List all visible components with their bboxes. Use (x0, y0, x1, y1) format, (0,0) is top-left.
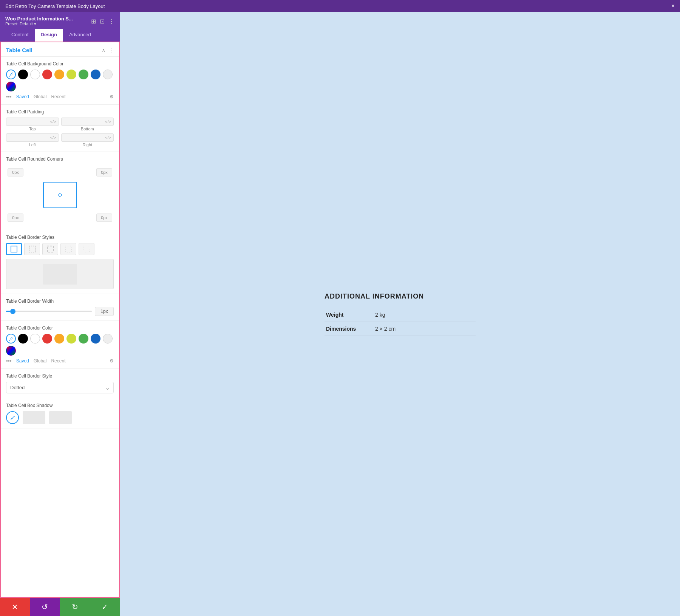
svg-point-0 (9, 76, 10, 76)
global-tab[interactable]: Global (34, 94, 47, 99)
tab-advanced[interactable]: Advanced (63, 29, 97, 42)
padding-bottom-label: Bottom (81, 127, 94, 131)
corner-bottom-left-input[interactable] (8, 214, 23, 222)
border-style-buttons (6, 243, 114, 255)
color-yellow[interactable] (54, 70, 64, 79)
eyedropper-button[interactable] (6, 70, 16, 79)
border-solid-btn[interactable] (6, 243, 22, 255)
border-color-light[interactable] (103, 334, 113, 344)
product-info-panel: ADDITIONAL INFORMATION Weight 2 kg Dimen… (325, 293, 476, 336)
color-green[interactable] (79, 70, 88, 79)
border-color-label: Table Cell Border Color (6, 325, 114, 331)
border-style-select-label: Table Cell Border Style (6, 373, 114, 379)
collapse-icon[interactable]: ∧ (102, 47, 105, 53)
border-recent-tab[interactable]: Recent (51, 358, 65, 364)
section-controls: ∧ ⋮ (102, 47, 114, 53)
additional-info-title: ADDITIONAL INFORMATION (325, 293, 476, 300)
table-row: Weight 2 kg (325, 308, 476, 322)
rounded-corners-label: Table Cell Rounded Corners (6, 156, 114, 162)
border-eyedropper-button[interactable] (6, 334, 16, 344)
corner-center-box (43, 182, 77, 208)
bg-color-label: Table Cell Background Color (6, 61, 114, 67)
border-dashed4-btn[interactable] (79, 243, 94, 255)
tab-design[interactable]: Design (35, 29, 63, 42)
border-preview-inner (43, 264, 77, 285)
padding-grid: </> Top </> Bottom </> (6, 118, 114, 147)
color-swatches-row (6, 70, 114, 91)
color-dots-more[interactable]: ••• (6, 94, 12, 100)
corner-top-left-input[interactable] (8, 168, 23, 176)
panel-title: Woo Product Information S... Preset: Def… (5, 16, 73, 26)
padding-right-box[interactable]: </> (61, 133, 114, 142)
border-color-gradient[interactable] (6, 346, 16, 356)
tab-content[interactable]: Content (5, 29, 35, 42)
corner-bottom-right-input[interactable] (96, 214, 112, 222)
close-button[interactable]: × (671, 3, 675, 9)
padding-left-box[interactable]: </> (6, 133, 59, 142)
svg-point-6 (9, 340, 10, 341)
corners-grid (6, 165, 114, 225)
weight-label: Weight (325, 308, 374, 322)
border-width-slider[interactable] (6, 311, 92, 312)
color-light[interactable] (103, 70, 113, 79)
border-color-dots[interactable]: ••• (6, 358, 12, 364)
padding-group: Table Cell Padding </> Top </> (1, 105, 119, 152)
border-color-green[interactable] (79, 334, 88, 344)
padding-right-link-icon: </> (105, 135, 111, 140)
border-gear-icon[interactable]: ⚙ (110, 358, 114, 364)
undo-button[interactable]: ↺ (30, 598, 60, 616)
border-style-select-wrapper: None Solid Dotted Dashed Double (6, 382, 114, 393)
border-width-slider-row: 1px (6, 307, 114, 316)
color-white[interactable] (30, 70, 40, 79)
color-blue[interactable] (91, 70, 100, 79)
padding-top-link-icon: </> (50, 119, 56, 124)
redo-button[interactable]: ↻ (60, 598, 90, 616)
svg-rect-3 (47, 246, 53, 252)
title-bar: Edit Retro Toy Camera Template Body Layo… (0, 0, 680, 12)
border-dashed1-btn[interactable] (24, 243, 40, 255)
content-area: ADDITIONAL INFORMATION Weight 2 kg Dimen… (120, 12, 680, 616)
border-dashed3-btn[interactable] (60, 243, 76, 255)
border-preview (6, 259, 114, 289)
dimensions-value: 2 × 2 cm (374, 322, 476, 336)
padding-top-box[interactable]: </> (6, 118, 59, 126)
gear-icon[interactable]: ⚙ (110, 94, 114, 99)
border-saved-tab[interactable]: Saved (16, 358, 29, 364)
rounded-corners-group: Table Cell Rounded Corners (1, 152, 119, 230)
save-button[interactable]: ✓ (90, 598, 120, 616)
padding-bottom-box[interactable]: </> (61, 118, 114, 126)
tabs-bar: Content Design Advanced (5, 29, 114, 42)
section-more-icon[interactable]: ⋮ (108, 47, 114, 53)
preset-label[interactable]: Preset: Default ▾ (5, 22, 73, 26)
border-color-tab-row: ••• Saved Global Recent ⚙ (6, 358, 114, 364)
color-lime[interactable] (66, 70, 76, 79)
saved-tab[interactable]: Saved (16, 94, 29, 99)
product-table: Weight 2 kg Dimensions 2 × 2 cm (325, 308, 476, 336)
panel-header: Woo Product Information S... Preset: Def… (0, 12, 120, 42)
weight-value: 2 kg (374, 308, 476, 322)
more-icon[interactable]: ⋮ (108, 18, 114, 25)
border-color-black[interactable] (18, 334, 28, 344)
border-color-white[interactable] (30, 334, 40, 344)
color-black[interactable] (18, 70, 28, 79)
svg-rect-4 (65, 246, 71, 252)
color-gradient[interactable] (6, 82, 16, 91)
color-tab-row: ••• Saved Global Recent ⚙ (6, 94, 114, 100)
cancel-button[interactable]: ✕ (0, 598, 30, 616)
border-color-yellow[interactable] (54, 334, 64, 344)
border-color-blue[interactable] (91, 334, 100, 344)
color-red[interactable] (42, 70, 52, 79)
padding-label: Table Cell Padding (6, 109, 114, 115)
border-global-tab[interactable]: Global (34, 358, 47, 364)
padding-left-group: </> Left (6, 133, 59, 147)
border-color-red[interactable] (42, 334, 52, 344)
box-shadow-color-btn[interactable] (6, 411, 19, 424)
recent-tab[interactable]: Recent (51, 94, 65, 99)
border-width-value[interactable]: 1px (95, 307, 114, 316)
navigator-icon[interactable]: ⊡ (100, 18, 105, 25)
border-style-select[interactable]: None Solid Dotted Dashed Double (6, 382, 114, 393)
responsive-icon[interactable]: ⊞ (91, 18, 96, 25)
border-color-lime[interactable] (66, 334, 76, 344)
border-dashed2-btn[interactable] (42, 243, 58, 255)
corner-top-right-input[interactable] (96, 168, 112, 176)
